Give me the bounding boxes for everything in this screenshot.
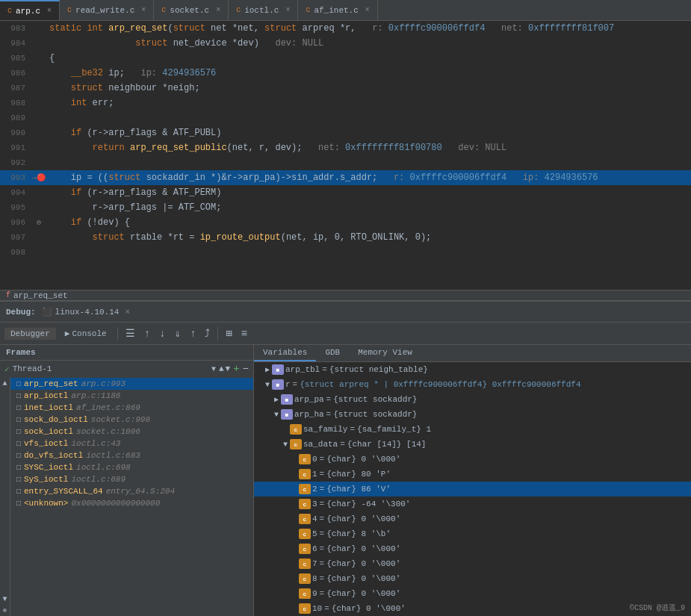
var-row-sa-data-8[interactable]: c 8 = {char} 0 '\000' [254,571,691,586]
var-row-sa-data-4[interactable]: c 4 = {char} 0 '\000' [254,511,691,526]
evaluate-icon[interactable]: ⤴ [202,326,213,341]
frame-name: arp_ioctl [24,391,68,400]
var-row-sa-data-10[interactable]: c 10 = {char} 0 '\000' [254,601,691,616]
hint-bar: f arp_req_set [0,290,691,300]
expand-icon[interactable]: ▼ [263,381,272,389]
var-row-sa-data-3[interactable]: c 3 = {char} -64 '\300' [254,497,691,511]
frames-scroll-down[interactable]: ▼ [1,594,8,605]
frame-icon: □ [16,392,21,400]
tab-read-write-c[interactable]: c read_write.c × [60,0,154,20]
debug-label: Debug: [6,308,36,317]
remove-thread-button[interactable]: − [243,363,249,375]
line-content: { [46,53,691,63]
tab-close-icon[interactable]: × [285,6,290,14]
frame-row-9[interactable]: □ entry_SYSCALL_64 entry_64.S:204 [10,485,253,497]
var-row-sa-data[interactable]: ▼ c sa_data = {char [14]} [14] [254,437,691,452]
frame-row-5[interactable]: □ vfs_ioctl ioctl.c:43 [10,438,253,449]
code-line-985: 985 { [0,51,691,66]
expand-icon[interactable]: ▼ [281,441,290,449]
tab-memory-view[interactable]: Memory View [349,345,421,361]
settings-icon[interactable]: ☰ [123,326,138,341]
tab-arp-c[interactable]: c arp.c × [0,0,60,20]
add-thread-button[interactable]: + [233,363,239,375]
tab-close-icon[interactable]: × [216,6,220,14]
var-row-sa-data-7[interactable]: c 7 = {char} 0 '\000' [254,556,691,571]
frame-row-4[interactable]: □ sock_ioctl socket.c:1006 [10,426,253,438]
var-row-sa-data-5[interactable]: c 5 = {char} 8 '\b' [254,526,691,541]
c-file-icon: c [161,6,166,14]
tab-ioctl-c[interactable]: c ioctl.c × [229,0,298,20]
frame-row-6[interactable]: □ do_vfs_ioctl ioctl.c:683 [10,449,253,461]
c-file-icon: c [306,6,310,14]
step-out-icon[interactable]: ⇓ [171,326,183,341]
frames-scroll-up[interactable]: ▲ [1,378,8,389]
var-row-arp-tbl[interactable]: ▶ ■ arp_tbl = {struct neigh_table} [254,362,691,377]
frames-label: Frames [6,348,36,357]
step-over-icon[interactable]: ↑ [141,326,153,341]
frame-name: SyS_ioctl [24,475,68,484]
console-tab-button[interactable]: ▶ Console [59,327,113,340]
var-name: 6 [312,544,317,553]
frame-row-7[interactable]: □ SYSC_ioctl ioctl.c:698 [10,461,253,473]
expand-icon[interactable]: ▼ [272,411,281,419]
debugger-tab-button[interactable]: Debugger [4,328,56,340]
line-content: struct net_device *dev) dev: NULL [46,38,691,49]
tab-close-icon[interactable]: × [141,6,146,14]
var-value: {char} 80 'P' [326,470,391,479]
expand-icon[interactable]: ▶ [272,395,281,404]
variables-panel: Variables GDB Memory View ▶ ■ arp_tbl = … [254,345,691,616]
variables-scroll[interactable]: ▶ ■ arp_tbl = {struct neigh_table} ▼ ■ r… [254,362,691,616]
line-number: 994 [0,188,31,197]
frames-panel: Frames ✓ Thread-1 ▼ ▲ ▼ + − ▲ ▼ ⊕ [0,345,254,616]
debug-content: Frames ✓ Thread-1 ▼ ▲ ▼ + − ▲ ▼ ⊕ [0,345,691,616]
run-to-cursor-icon[interactable]: ↑ [187,326,199,341]
tab-variables[interactable]: Variables [254,345,316,361]
frames-scroll[interactable]: □ arp_req_set arp.c:993 □ arp_ioctl arp.… [10,378,253,616]
session-close-button[interactable]: × [125,308,130,317]
tab-af-inet-c[interactable]: c af_inet.c × [298,0,377,20]
tab-gdb[interactable]: GDB [316,345,349,361]
type-icon-char: c [299,499,311,509]
tab-socket-c[interactable]: c socket.c × [154,0,229,20]
table-view-icon[interactable]: ⊞ [223,326,235,341]
var-name: 2 [312,485,317,494]
tab-close-icon[interactable]: × [365,6,370,14]
line-gutter: ⊖ [31,218,46,227]
var-row-sa-family[interactable]: c sa_family = {sa_family_t} 1 [254,422,691,437]
var-row-r[interactable]: ▼ ■ r = {struct arpreq * | 0xffffc900006… [254,377,691,392]
thread-down-arrow[interactable]: ▼ [226,364,231,373]
var-row-sa-data-2[interactable]: c 2 = {char} 86 'V' [254,482,691,497]
tab-close-icon[interactable]: × [47,7,52,15]
type-icon-char: c [299,469,311,479]
var-row-sa-data-6[interactable]: c 6 = {char} 0 '\000' [254,541,691,556]
line-content: if (r->arp_flags & ATF_PERM) [46,187,691,198]
session-label: linux-4.10.14 [55,308,120,317]
var-row-arp-pa[interactable]: ▶ ■ arp_pa = {struct sockaddr} [254,392,691,407]
thread-dropdown-icon[interactable]: ▼ [211,365,216,373]
var-row-arp-ha[interactable]: ▼ ■ arp_ha = {struct sockaddr} [254,407,691,422]
type-icon-char: c [299,559,311,569]
breakpoint-icon[interactable]: 🔴 [37,173,46,182]
var-row-sa-data-9[interactable]: c 9 = {char} 0 '\000' [254,586,691,601]
expand-icon[interactable]: ▶ [263,365,272,374]
type-icon-char: c [299,544,311,554]
var-value: {struct arpreq * | 0xffffc900006ffdf4} 0… [300,380,580,389]
frame-row-0[interactable]: □ arp_req_set arp.c:993 [10,378,253,390]
var-row-sa-data-0[interactable]: c 0 = {char} 0 '\000' [254,452,691,467]
toolbar-separator-2 [217,327,218,340]
thread-up-arrow[interactable]: ▲ [219,364,224,373]
list-view-icon[interactable]: ≡ [238,326,250,341]
frames-extra-icon[interactable]: ⊕ [1,605,8,616]
var-row-sa-data-1[interactable]: c 1 = {char} 80 'P' [254,467,691,482]
frame-name: sock_ioctl [24,427,73,436]
frame-row-8[interactable]: □ SyS_ioctl ioctl.c:689 [10,473,253,485]
frame-icon: □ [16,488,21,496]
step-into-icon[interactable]: ↓ [156,326,168,341]
frame-row-2[interactable]: □ inet_ioctl af_inet.c:869 [10,402,253,414]
frame-row-10[interactable]: □ <unknown> 0x0000000000000000 [10,497,253,509]
var-name: arp_tbl [285,365,320,374]
frame-row-1[interactable]: □ arp_ioctl arp.c:1186 [10,390,253,402]
var-value: {char} 0 '\000' [326,559,400,568]
frame-row-3[interactable]: □ sock_do_ioctl socket.c:908 [10,414,253,426]
frame-file: ioctl.c:683 [86,451,140,460]
